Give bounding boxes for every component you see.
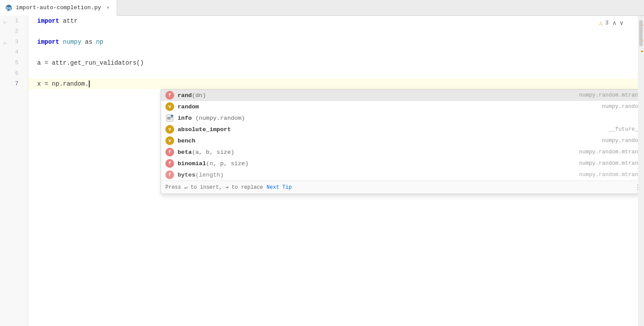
code-line-5: a = attr.get_run_validators()	[28, 58, 638, 68]
autocomplete-item-absolute-import[interactable]: v absolute_import __future__	[161, 124, 638, 135]
autocomplete-item-bench[interactable]: v bench numpy.random	[161, 135, 638, 146]
ac-source-absolute-import: __future__	[609, 126, 638, 132]
ac-source-binomial: numpy.random.mtrand	[579, 160, 638, 166]
autocomplete-item-bytes[interactable]: f bytes(length) numpy.random.mtrand	[161, 169, 638, 180]
autocomplete-item-binomial[interactable]: f binomial(n, p, size) numpy.random.mtra…	[161, 158, 638, 169]
svg-rect-4	[167, 118, 171, 119]
tab-bar: py import-auto-completion.py ×	[0, 0, 644, 16]
autocomplete-dropdown: f rand(dn) numpy.random.mtrand v random …	[161, 89, 638, 194]
svg-text:py: py	[171, 116, 173, 118]
tab-label: import-auto-completion.py	[16, 4, 101, 11]
ac-source-beta: numpy.random.mtrand	[579, 149, 638, 155]
footer-hint-text: Press ↵ to insert, ⇥ to replace	[165, 184, 263, 191]
code-line-2	[28, 26, 638, 37]
tab-close-button[interactable]: ×	[105, 4, 112, 11]
ac-source-bench: numpy.random	[602, 138, 638, 144]
ac-label-bytes: bytes(length)	[178, 172, 579, 178]
ac-source-bytes: numpy.random.mtrand	[579, 172, 638, 178]
scrollbar-track[interactable]	[638, 16, 644, 326]
fold-icon-1[interactable]: ▷	[4, 17, 7, 28]
svg-text:py: py	[6, 6, 11, 11]
ac-label-rand: rand(dn)	[178, 92, 579, 99]
warning-count: 3	[605, 20, 609, 26]
ac-label-beta: beta(a, b, size)	[178, 149, 579, 156]
autocomplete-item-random[interactable]: v random numpy.random	[161, 101, 638, 112]
code-line-6	[28, 68, 638, 79]
module-icon-svg: py	[166, 114, 174, 122]
ac-source-random: numpy.random	[602, 104, 638, 110]
line-num-5: 5	[2, 58, 23, 68]
line-num-1: ▷ 1	[2, 16, 23, 26]
ac-label-info: info (numpy.random)	[178, 115, 638, 121]
line-numbers: ▷ 1 2 ▷ 3 4 5 6 7	[2, 16, 28, 326]
ac-label-absolute-import: absolute_import	[178, 126, 609, 133]
module-icon-info: py	[165, 114, 174, 122]
ac-label-binomial: binomial(n, p, size)	[178, 160, 579, 167]
ac-source-rand: numpy.random.mtrand	[579, 92, 638, 98]
code-line-4	[28, 47, 638, 58]
line-num-7: 7	[2, 79, 23, 89]
code-line-3: import numpy as np	[28, 37, 638, 47]
code-content[interactable]: import attr import numpy as np a = attr.…	[28, 16, 638, 326]
autocomplete-footer: Press ↵ to insert, ⇥ to replace Next Tip…	[161, 180, 638, 194]
var-icon-absolute-import: v	[165, 125, 174, 134]
var-icon-random: v	[165, 102, 174, 111]
python-icon: py	[5, 4, 12, 11]
line-num-6: 6	[2, 68, 23, 79]
nav-arrows: ∧ ∨	[611, 18, 625, 28]
func-icon-rand: f	[165, 91, 174, 100]
line-num-3: ▷ 3	[2, 37, 23, 47]
ac-label-bench: bench	[178, 138, 602, 144]
warning-icon: ⚠	[599, 19, 602, 27]
fold-icon-3[interactable]: ▷	[4, 38, 7, 49]
func-icon-beta: f	[165, 148, 174, 156]
nav-up-arrow[interactable]: ∧	[611, 18, 617, 28]
warning-marker-3	[641, 51, 643, 52]
code-line-1: import attr	[28, 16, 638, 26]
text-cursor	[89, 80, 90, 87]
autocomplete-item-rand[interactable]: f rand(dn) numpy.random.mtrand	[161, 90, 638, 101]
nav-down-arrow[interactable]: ∨	[619, 18, 625, 28]
autocomplete-item-beta[interactable]: f beta(a, b, size) numpy.random.mtrand	[161, 146, 638, 158]
func-icon-bytes: f	[165, 170, 174, 179]
ac-label-random: random	[178, 104, 602, 110]
func-icon-binomial: f	[165, 159, 174, 168]
editor-area: ▷ 1 2 ▷ 3 4 5 6 7 import attr import num…	[0, 16, 644, 326]
editor-tab[interactable]: py import-auto-completion.py ×	[0, 0, 117, 16]
autocomplete-item-info[interactable]: py info (numpy.random)	[161, 112, 638, 124]
scrollbar-thumb[interactable]	[639, 20, 643, 46]
code-line-7: x = np.random.	[28, 79, 638, 89]
more-options-icon[interactable]: ⋮	[634, 183, 638, 192]
next-tip-link[interactable]: Next Tip	[266, 184, 292, 191]
warning-indicator: ⚠ 3 ∧ ∨	[599, 18, 625, 28]
var-icon-bench: v	[165, 136, 174, 145]
